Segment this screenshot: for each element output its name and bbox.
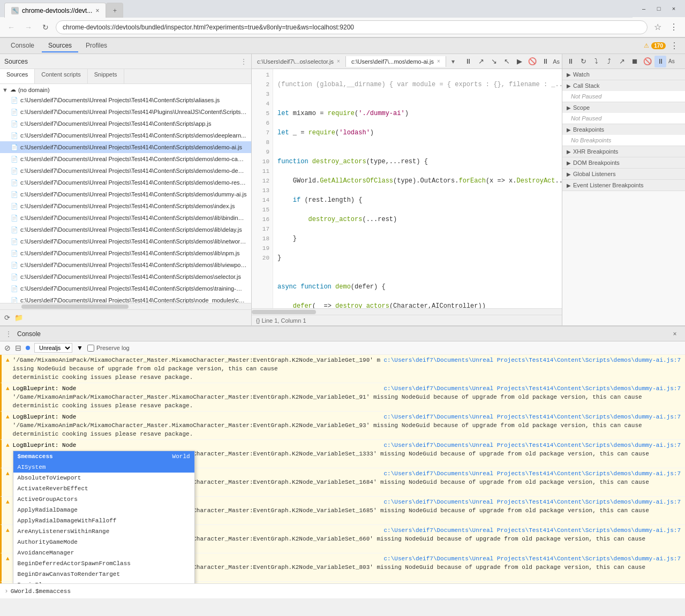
global-listeners-header[interactable]: ▶ Global Listeners xyxy=(562,169,685,179)
debugger-step-into-btn[interactable]: ⤵ xyxy=(590,56,602,67)
code-editor[interactable]: 12345 678910 1112131415 1617181920 (func… xyxy=(252,69,562,308)
preserve-log-label[interactable]: Preserve log xyxy=(87,345,130,352)
file-item[interactable]: 📄c:\Users\deif7\Documents\Unreal Project… xyxy=(0,212,251,224)
autocomplete-item[interactable]: AreAnyListenersWithinRange xyxy=(13,526,194,537)
url-input[interactable]: chrome-devtools://devtools/bundled/inspe… xyxy=(56,20,648,34)
console-close-button[interactable]: × xyxy=(669,328,681,340)
tab-sources[interactable]: Sources xyxy=(42,40,78,52)
debugger-continue-btn[interactable]: ↗ xyxy=(616,56,628,67)
file-item[interactable]: 📄c:\Users\deif7\Documents\Unreal Project… xyxy=(0,165,251,177)
console-filter-dropdown[interactable]: Unrealjs All xyxy=(34,343,72,353)
devtools-more-icon[interactable]: ⋮ xyxy=(668,41,681,51)
event-listener-breakpoints-header[interactable]: ▶ Event Listener Breakpoints xyxy=(562,180,685,191)
file-link[interactable]: c:\Users\deif7\Documents\Unreal Projects… xyxy=(384,554,681,563)
close-window-button[interactable]: × xyxy=(667,3,681,14)
file-link[interactable]: c:\Users\deif7\Documents\Unreal Projects… xyxy=(384,356,681,364)
autocomplete-item[interactable]: ApplyRadialDamage xyxy=(13,505,194,515)
sources-scrollbar-thumb[interactable] xyxy=(21,305,129,309)
file-link[interactable]: c:\Users\deif7\Documents\Unreal Projects… xyxy=(384,384,681,393)
editor-horizontal-scrollbar[interactable] xyxy=(252,308,562,315)
tab-close-button[interactable]: × xyxy=(95,7,99,14)
pause-exceptions-button[interactable]: ⏸ xyxy=(540,56,551,67)
debugger-stop-btn[interactable]: ⏹ xyxy=(629,56,641,67)
pause-button[interactable]: ⏸ xyxy=(463,56,473,67)
sources-horizontal-scrollbar[interactable] xyxy=(0,303,251,309)
editor-tab-active[interactable]: c:\Users\deif7\...mos\demo-ai.js × xyxy=(346,56,446,67)
file-item[interactable]: 📄c:\Users\deif7\Documents\Unreal Project… xyxy=(0,200,251,212)
file-item[interactable]: 📄c:\Users\deif7\Documents\Unreal Project… xyxy=(0,188,251,200)
preserve-log-checkbox[interactable] xyxy=(87,345,94,352)
bookmark-icon[interactable]: ☆ xyxy=(651,20,665,34)
clear-console-icon[interactable]: ⊘ xyxy=(4,344,11,352)
minimize-button[interactable]: – xyxy=(637,3,651,14)
autocomplete-item[interactable]: ApplyRadialDamageWithFalloff xyxy=(13,515,194,526)
autocomplete-item[interactable]: AvoidanceManager xyxy=(13,547,194,558)
autocomplete-item[interactable]: BeginDeferredActorSpawnFromClass xyxy=(13,558,194,569)
file-item-selected[interactable]: 📄c:\Users\deif7\Documents\Unreal Project… xyxy=(0,141,251,153)
tab-console[interactable]: Console xyxy=(4,40,41,52)
subtab-sources[interactable]: Sources xyxy=(0,69,35,83)
domain-header[interactable]: ▼ ☁ (no domain) xyxy=(0,85,251,94)
filter-icon[interactable]: ⊟ xyxy=(15,344,21,352)
file-item[interactable]: 📄c:\Users\deif7\Documents\Unreal Project… xyxy=(0,177,251,188)
chrome-menu-icon[interactable]: ⋮ xyxy=(667,20,681,34)
file-item[interactable]: 📄c:\Users\deif7\Documents\Unreal Project… xyxy=(0,130,251,141)
autocomplete-dropdown[interactable]: $memaccess World AISystem AbsoluteToView… xyxy=(13,451,195,583)
debugger-no-break-btn[interactable]: 🚫 xyxy=(642,56,653,67)
console-input-text[interactable]: GWorld.$memaccess xyxy=(11,588,71,595)
file-link[interactable]: c:\Users\deif7\Documents\Unreal Projects… xyxy=(384,413,681,421)
deactivate-button[interactable]: 🚫 xyxy=(527,56,538,67)
editor-tab-close[interactable]: × xyxy=(337,58,340,64)
step-out-button[interactable]: ↖ xyxy=(501,56,512,67)
file-item[interactable]: 📄c:\Users\deif7\Documents\Unreal Project… xyxy=(0,294,251,303)
file-item[interactable]: 📄c:\Users\deif7\Documents\Unreal Project… xyxy=(0,271,251,283)
file-link[interactable]: c:\Users\deif7\Documents\Unreal Projects… xyxy=(384,583,681,583)
debugger-pause-exc-btn[interactable]: ⏸ xyxy=(654,56,666,67)
tab-profiles[interactable]: Profiles xyxy=(79,40,114,52)
editor-tab-active-close[interactable]: × xyxy=(437,58,440,64)
file-item[interactable]: 📄c:\Users\deif7\Documents\Unreal Project… xyxy=(0,94,251,106)
autocomplete-item[interactable]: AuthorityGameMode xyxy=(13,537,194,547)
autocomplete-item[interactable]: ActiveGroupActors xyxy=(13,494,194,505)
file-link[interactable]: c:\Users\deif7\Documents\Unreal Projects… xyxy=(384,441,681,450)
console-messages[interactable]: ▲ '/Game/MixamoAnimPack/MixamoCharacter_… xyxy=(0,355,685,583)
subtab-content-scripts[interactable]: Content scripts xyxy=(35,69,87,83)
active-browser-tab[interactable]: 🔧 chrome-devtools://devt... × xyxy=(4,3,106,18)
autocomplete-item[interactable]: BeginPlay xyxy=(13,580,194,583)
step-into-button[interactable]: ↘ xyxy=(488,56,499,67)
file-item[interactable]: 📄c:\Users\deif7\Documents\Unreal Project… xyxy=(0,118,251,130)
autocomplete-item[interactable]: ActivateReverbEffect xyxy=(13,483,194,494)
dom-breakpoints-header[interactable]: ▶ DOM Breakpoints xyxy=(562,157,685,168)
folder-icon[interactable]: 📁 xyxy=(14,314,23,322)
continue-button[interactable]: ▶ xyxy=(514,56,525,67)
file-link[interactable]: c:\Users\deif7\Documents\Unreal Projects… xyxy=(384,498,681,506)
step-over-button[interactable]: ↗ xyxy=(476,56,486,67)
debugger-pause-btn[interactable]: ⏸ xyxy=(564,56,576,67)
editor-tabs-more[interactable]: ▾ xyxy=(447,56,459,67)
code-content[interactable]: (function (global,__dirname) { var modul… xyxy=(273,69,562,308)
autocomplete-item[interactable]: AISystem xyxy=(13,462,194,473)
watch-section-header[interactable]: ▶ Watch xyxy=(562,69,685,80)
file-item[interactable]: 📄c:\Users\deif7\Documents\Unreal Project… xyxy=(0,235,251,247)
sources-panel-drag[interactable]: ⋮ xyxy=(240,58,247,65)
console-drag-handle[interactable]: ⋮ xyxy=(4,330,13,338)
file-item[interactable]: 📄c:\Users\deif7\Documents\Unreal Project… xyxy=(0,106,251,118)
breakpoints-header[interactable]: ▶ Breakpoints xyxy=(562,124,685,135)
autocomplete-item[interactable]: BeginDrawCanvasToRenderTarget xyxy=(13,569,194,580)
file-item[interactable]: 📄c:\Users\deif7\Documents\Unreal Project… xyxy=(0,224,251,235)
debugger-step-out-btn[interactable]: ⤴ xyxy=(603,56,615,67)
subtab-snippets[interactable]: Snippets xyxy=(88,69,124,83)
editor-tab[interactable]: c:\Users\deif7\...os\selector.js × xyxy=(252,56,346,67)
maximize-button[interactable]: □ xyxy=(652,3,666,14)
file-item[interactable]: 📄c:\Users\deif7\Documents\Unreal Project… xyxy=(0,283,251,294)
file-item[interactable]: 📄c:\Users\deif7\Documents\Unreal Project… xyxy=(0,259,251,271)
call-stack-header[interactable]: ▶ Call Stack xyxy=(562,80,685,91)
xhr-breakpoints-header[interactable]: ▶ XHR Breakpoints xyxy=(562,146,685,157)
new-tab-button[interactable]: + xyxy=(106,3,123,18)
refresh-button[interactable]: ↻ xyxy=(39,20,52,34)
sync-icon[interactable]: ⟳ xyxy=(4,314,10,322)
scope-header[interactable]: ▶ Scope xyxy=(562,102,685,113)
file-item[interactable]: 📄c:\Users\deif7\Documents\Unreal Project… xyxy=(0,247,251,259)
editor-scrollbar-thumb[interactable] xyxy=(252,310,316,314)
file-link[interactable]: c:\Users\deif7\Documents\Unreal Projects… xyxy=(384,469,681,478)
